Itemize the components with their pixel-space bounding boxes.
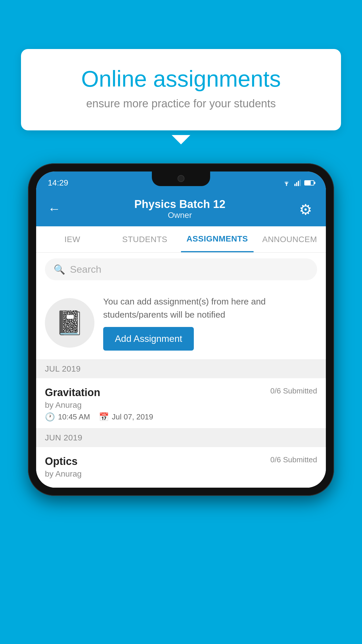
assignment-item-header: Gravitation 0/6 Submitted <box>45 386 317 399</box>
assignment-time-value: 10:45 AM <box>58 412 90 421</box>
add-assignment-section: 📓 You can add assignment(s) from here an… <box>36 286 326 360</box>
svg-point-0 <box>286 185 287 186</box>
search-bar: 🔍 Search <box>36 253 326 286</box>
header-subtitle: Owner <box>134 211 226 220</box>
app-header: ← Physics Batch 12 Owner ⚙ <box>36 191 326 226</box>
assignment-by: by Anurag <box>45 400 317 410</box>
svg-rect-2 <box>296 182 297 186</box>
assignment-name-optics: Optics <box>45 455 78 468</box>
tab-bar: IEW STUDENTS ASSIGNMENTS ANNOUNCEM <box>36 226 326 253</box>
status-time: 14:29 <box>48 178 68 188</box>
assignment-meta: 🕐 10:45 AM 📅 Jul 07, 2019 <box>45 412 317 422</box>
assignment-date: 📅 Jul 07, 2019 <box>99 412 153 422</box>
header-center: Physics Batch 12 Owner <box>134 198 226 220</box>
assignment-icon-circle: 📓 <box>45 298 94 348</box>
tab-iew[interactable]: IEW <box>36 226 109 252</box>
assignment-submitted-optics: 0/6 Submitted <box>270 455 317 464</box>
back-button[interactable]: ← <box>48 202 61 216</box>
assignment-date-value: Jul 07, 2019 <box>112 412 153 421</box>
tab-assignments[interactable]: ASSIGNMENTS <box>181 226 254 252</box>
wifi-icon <box>282 180 291 186</box>
svg-rect-3 <box>298 181 299 186</box>
status-icons <box>282 180 314 186</box>
speech-bubble-container: Online assignments ensure more practice … <box>21 49 341 130</box>
header-title: Physics Batch 12 <box>134 198 226 211</box>
assignment-item-optics[interactable]: Optics 0/6 Submitted by Anurag <box>36 447 326 488</box>
tab-announcements[interactable]: ANNOUNCEM <box>254 226 326 252</box>
add-assignment-button[interactable]: Add Assignment <box>103 327 194 351</box>
assignment-submitted: 0/6 Submitted <box>270 386 317 396</box>
phone-screen: 14:29 <box>36 172 326 488</box>
speech-bubble-title: Online assignments <box>44 66 318 92</box>
svg-rect-4 <box>300 180 301 186</box>
month-separator-jul: JUL 2019 <box>36 360 326 378</box>
speech-bubble-subtitle: ensure more practice for your students <box>44 97 318 110</box>
settings-icon[interactable]: ⚙ <box>299 201 314 216</box>
assignment-item-gravitation[interactable]: Gravitation 0/6 Submitted by Anurag 🕐 10… <box>36 378 326 428</box>
search-icon: 🔍 <box>54 264 65 275</box>
assignment-by-optics: by Anurag <box>45 469 317 479</box>
assignment-item-header-optics: Optics 0/6 Submitted <box>45 455 317 468</box>
clock-icon: 🕐 <box>45 412 55 422</box>
svg-rect-1 <box>294 184 296 186</box>
assignment-notebook-icon: 📓 <box>55 309 84 337</box>
assignment-time: 🕐 10:45 AM <box>45 412 90 422</box>
assignment-info-text: You can add assignment(s) from here and … <box>103 295 317 321</box>
signal-icon <box>294 180 301 186</box>
speech-bubble: Online assignments ensure more practice … <box>21 49 341 130</box>
phone-wrapper: 14:29 <box>28 163 334 496</box>
search-input-wrapper[interactable]: 🔍 Search <box>45 258 317 280</box>
month-separator-jun: JUN 2019 <box>36 428 326 447</box>
assignment-name: Gravitation <box>45 386 100 399</box>
phone-outer: 14:29 <box>28 163 334 496</box>
tab-students[interactable]: STUDENTS <box>109 226 181 252</box>
assignment-info: You can add assignment(s) from here and … <box>103 295 317 351</box>
calendar-icon: 📅 <box>99 412 109 422</box>
phone-notch <box>152 172 210 186</box>
battery-icon <box>304 180 314 186</box>
search-placeholder: Search <box>70 264 101 275</box>
phone-camera <box>178 175 184 182</box>
